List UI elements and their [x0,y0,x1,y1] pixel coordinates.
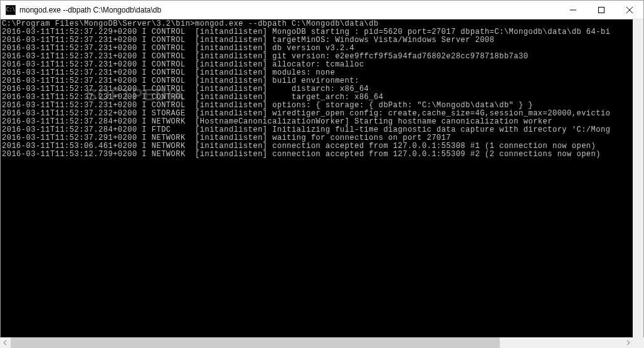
maximize-icon [598,7,604,13]
chevron-right-icon [626,340,630,345]
window-title: mongod.exe --dbpath C:\Mongodb\data\db [19,6,559,14]
minimize-icon [570,7,576,13]
scroll-track-horizontal[interactable] [11,337,623,348]
horizontal-scrollbar[interactable] [0,337,644,348]
scroll-right-arrow[interactable] [623,337,633,348]
svg-rect-1 [598,7,604,13]
console-line: 2016-03-11T11:53:12.739+0200 I NETWORK [… [2,150,643,159]
window-titlebar: C:\ mongod.exe --dbpath C:\Mongodb\data\… [1,1,643,19]
minimize-button[interactable] [559,1,587,19]
maximize-button[interactable] [587,1,615,19]
scroll-left-arrow[interactable] [0,337,11,348]
console-body[interactable]: C:\Program Files\MongoDB\Server\3.2\bin>… [1,19,643,339]
scroll-corner [633,337,644,348]
console-output: C:\Program Files\MongoDB\Server\3.2\bin>… [1,19,643,159]
scroll-thumb-horizontal[interactable] [11,337,500,348]
cmd-icon: C:\ [6,5,16,15]
chevron-left-icon [3,340,8,345]
window-controls [559,1,643,19]
vertical-scrollbar[interactable] [633,19,643,339]
close-icon [626,7,633,13]
close-button[interactable] [615,1,643,19]
